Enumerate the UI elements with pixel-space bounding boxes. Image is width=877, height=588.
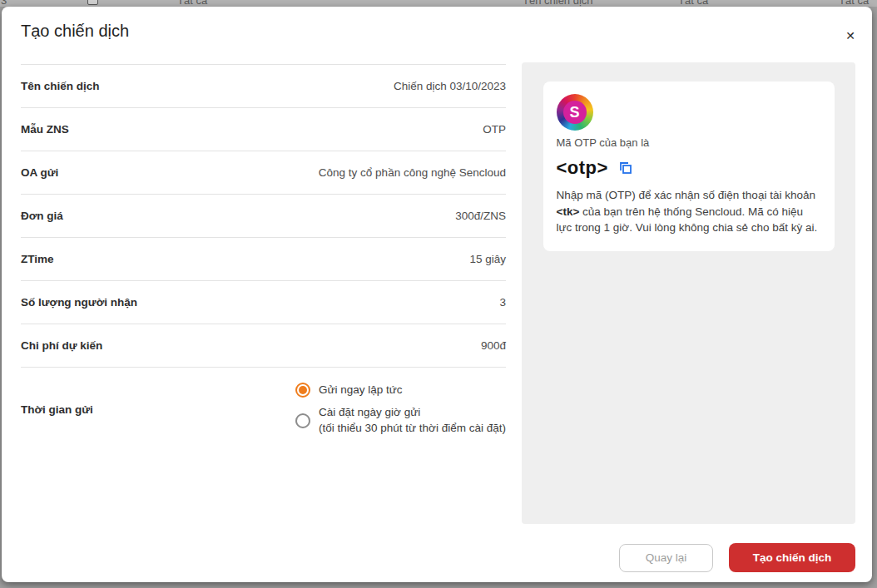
row-value: Chiến dịch 03/10/2023 (394, 80, 506, 92)
radio-option-sublabel: (tối thiểu 30 phút từ thời điểm cài đặt) (319, 421, 506, 436)
radio-option-label: Cài đặt ngày giờ gửi (319, 405, 506, 420)
radio-option-label: Gửi ngay lập tức (319, 383, 403, 398)
background-text-fragment: Tất cả (678, 0, 708, 7)
send-time-row: Thời gian gửi Gửi ngay lập tức Cài đặt n… (21, 368, 506, 451)
otp-code-line: <otp> (557, 157, 821, 179)
dialog-title: Tạo chiến dịch (21, 22, 129, 41)
row-value: OTP (483, 123, 506, 136)
background-text-fragment: 3 (1, 0, 7, 7)
copy-icon (618, 161, 633, 175)
row-label: Mẫu ZNS (21, 123, 69, 136)
otp-message-text: Nhập mã (OTP) để xác nhận số điện thoại … (557, 187, 821, 236)
campaign-summary-form: Tên chiến dịch Chiến dịch 03/10/2023 Mẫu… (21, 64, 506, 451)
radio-option-schedule[interactable]: Cài đặt ngày giờ gửi (tối thiểu 30 phút … (295, 405, 506, 435)
row-value: 3 (499, 296, 506, 309)
row-label: Đơn giá (21, 210, 63, 222)
row-value: 300đ/ZNS (455, 210, 506, 222)
message-tk-token: <tk> (557, 205, 580, 218)
background-text-fragment: Tên chiến dịch (523, 0, 593, 7)
dialog-footer: Quay lại Tạo chiến dịch (619, 543, 855, 572)
background-text-fragment: Tất cả (177, 0, 207, 7)
zns-preview-card: S Mã OTP của bạn là <otp> Nhập mã (OTP) … (543, 82, 835, 251)
summary-row-recipient-count: Số lượng người nhận 3 (21, 281, 506, 324)
back-button[interactable]: Quay lại (619, 544, 713, 572)
logo-letter: S (563, 101, 587, 124)
radio-unselected-icon[interactable] (295, 413, 310, 428)
row-label: Chi phí dự kiến (21, 339, 102, 352)
row-value: 15 giây (469, 253, 506, 265)
send-time-label: Thời gian gửi (21, 403, 93, 416)
row-label: OA gửi (21, 166, 58, 179)
otp-intro-text: Mã OTP của bạn là (557, 136, 821, 149)
summary-row-unit-price: Đơn giá 300đ/ZNS (21, 195, 506, 238)
message-part: Nhập mã (OTP) để xác nhận số điện thoại … (557, 189, 815, 201)
summary-row-campaign-name: Tên chiến dịch Chiến dịch 03/10/2023 (21, 65, 506, 108)
radio-selected-icon[interactable] (295, 383, 310, 398)
row-label: Số lượng người nhận (21, 296, 137, 309)
create-campaign-button[interactable]: Tạo chiến dịch (729, 543, 855, 572)
dimmed-background-page: 3 Tất cả Tên chiến dịch Tất cả Tất cả (0, 0, 877, 7)
summary-row-zns-template: Mẫu ZNS OTP (21, 108, 506, 151)
close-icon[interactable]: ✕ (840, 25, 861, 47)
row-value: Công ty cổ phần công nghệ Sencloud (319, 166, 506, 179)
send-time-radio-group: Gửi ngay lập tức Cài đặt ngày giờ gửi (t… (295, 383, 506, 436)
row-label: Tên chiến dịch (21, 80, 100, 92)
sencloud-logo-icon: S (557, 94, 593, 131)
zns-preview-panel: S Mã OTP của bạn là <otp> Nhập mã (OTP) … (522, 62, 855, 524)
radio-option-send-now[interactable]: Gửi ngay lập tức (295, 383, 403, 398)
background-text-fragment: Tất cả (839, 0, 869, 7)
create-campaign-dialog: Tạo chiến dịch ✕ Tên chiến dịch Chiến dị… (2, 7, 872, 582)
summary-row-estimated-cost: Chi phí dự kiến 900đ (21, 324, 506, 368)
summary-row-sender-oa: OA gửi Công ty cổ phần công nghệ Senclou… (21, 151, 506, 195)
otp-placeholder: <otp> (557, 157, 608, 179)
summary-row-ztime: ZTime 15 giây (21, 238, 506, 281)
message-part: của bạn trên hệ thống Sencloud. Mã có hi… (557, 205, 818, 235)
row-value: 900đ (481, 339, 506, 352)
background-checkbox (87, 0, 98, 5)
row-label: ZTime (21, 253, 54, 265)
